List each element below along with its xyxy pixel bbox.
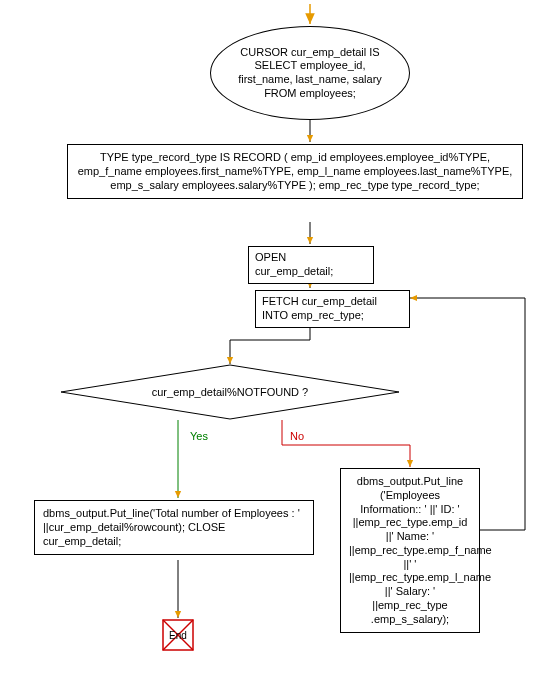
edge-label-yes: Yes xyxy=(190,430,208,442)
edge-label-no: No xyxy=(290,430,304,442)
start-node: CURSOR cur_emp_detail IS SELECT employee… xyxy=(210,26,410,120)
end-text: End xyxy=(169,630,187,641)
open-node: OPEN cur_emp_detail; xyxy=(248,246,374,284)
output-total-node: dbms_output.Put_line('Total number of Em… xyxy=(34,500,314,555)
output-row-node: dbms_output.Put_line ('Employees Informa… xyxy=(340,468,480,633)
type-record-text: TYPE type_record_type IS RECORD ( emp_id… xyxy=(78,151,513,191)
decision-node: cur_emp_detail%NOTFOUND ? xyxy=(60,364,400,420)
output-total-text: dbms_output.Put_line('Total number of Em… xyxy=(43,507,300,547)
open-text: OPEN cur_emp_detail; xyxy=(255,251,333,277)
start-node-text: CURSOR cur_emp_detail IS SELECT employee… xyxy=(233,46,388,101)
fetch-node: FETCH cur_emp_detail INTO emp_rec_type; xyxy=(255,290,410,328)
type-record-node: TYPE type_record_type IS RECORD ( emp_id… xyxy=(67,144,523,199)
decision-text: cur_emp_detail%NOTFOUND ? xyxy=(152,386,309,398)
fetch-text: FETCH cur_emp_detail INTO emp_rec_type; xyxy=(262,295,377,321)
end-node: End xyxy=(163,620,193,650)
output-row-text: dbms_output.Put_line ('Employees Informa… xyxy=(349,475,492,625)
